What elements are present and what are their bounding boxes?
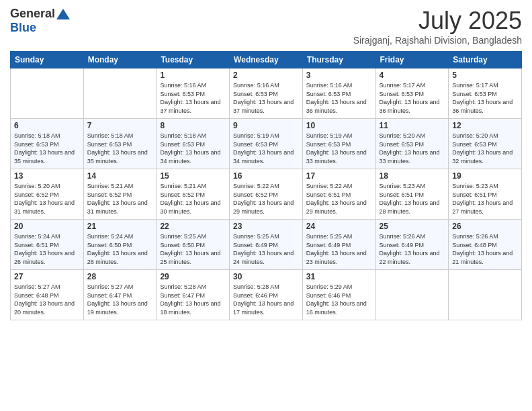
calendar-cell: 4Sunrise: 5:17 AM Sunset: 6:53 PM Daylig… [375, 68, 449, 119]
day-info: Sunrise: 5:23 AM Sunset: 6:51 PM Dayligh… [452, 182, 518, 216]
day-number: 31 [306, 272, 372, 281]
calendar-cell: 16Sunrise: 5:22 AM Sunset: 6:52 PM Dayli… [230, 169, 303, 220]
calendar-header-thursday: Thursday [302, 52, 375, 68]
day-number: 21 [87, 222, 153, 231]
day-number: 26 [452, 222, 518, 231]
day-number: 24 [306, 222, 372, 231]
calendar-cell [83, 68, 157, 119]
calendar-cell: 1Sunrise: 5:16 AM Sunset: 6:53 PM Daylig… [157, 68, 230, 119]
calendar-cell: 20Sunrise: 5:24 AM Sunset: 6:51 PM Dayli… [11, 220, 84, 270]
calendar-week-4: 20Sunrise: 5:24 AM Sunset: 6:51 PM Dayli… [11, 220, 522, 270]
day-info: Sunrise: 5:18 AM Sunset: 6:53 PM Dayligh… [14, 132, 80, 165]
day-info: Sunrise: 5:19 AM Sunset: 6:53 PM Dayligh… [233, 132, 299, 165]
day-info: Sunrise: 5:16 AM Sunset: 6:53 PM Dayligh… [306, 81, 372, 115]
calendar-cell: 19Sunrise: 5:23 AM Sunset: 6:51 PM Dayli… [449, 169, 522, 220]
day-number: 9 [233, 121, 299, 130]
calendar-week-5: 27Sunrise: 5:27 AM Sunset: 6:48 PM Dayli… [11, 270, 522, 320]
day-number: 10 [306, 121, 372, 130]
day-number: 6 [14, 121, 80, 130]
day-number: 4 [380, 71, 445, 80]
day-info: Sunrise: 5:16 AM Sunset: 6:53 PM Dayligh… [233, 81, 299, 115]
day-info: Sunrise: 5:21 AM Sunset: 6:52 PM Dayligh… [87, 182, 153, 216]
day-info: Sunrise: 5:18 AM Sunset: 6:53 PM Dayligh… [160, 132, 226, 165]
calendar-header-monday: Monday [83, 52, 157, 68]
calendar-cell: 8Sunrise: 5:18 AM Sunset: 6:53 PM Daylig… [157, 119, 230, 169]
calendar-cell: 24Sunrise: 5:25 AM Sunset: 6:49 PM Dayli… [302, 220, 375, 270]
day-info: Sunrise: 5:22 AM Sunset: 6:51 PM Dayligh… [306, 182, 372, 216]
day-number: 14 [87, 171, 153, 181]
day-info: Sunrise: 5:28 AM Sunset: 6:47 PM Dayligh… [160, 283, 226, 316]
day-info: Sunrise: 5:28 AM Sunset: 6:46 PM Dayligh… [233, 283, 299, 316]
day-info: Sunrise: 5:23 AM Sunset: 6:51 PM Dayligh… [380, 182, 445, 216]
svg-marker-0 [56, 9, 70, 19]
day-number: 23 [233, 222, 299, 231]
day-info: Sunrise: 5:24 AM Sunset: 6:51 PM Dayligh… [14, 232, 80, 266]
day-info: Sunrise: 5:20 AM Sunset: 6:53 PM Dayligh… [380, 132, 445, 165]
calendar-cell: 15Sunrise: 5:21 AM Sunset: 6:52 PM Dayli… [157, 169, 230, 220]
header: General Blue July 2025 Sirajganj, Rajsha… [10, 7, 522, 46]
day-info: Sunrise: 5:17 AM Sunset: 6:53 PM Dayligh… [452, 81, 518, 115]
day-number: 8 [160, 121, 226, 130]
day-number: 3 [306, 71, 372, 80]
calendar-cell: 30Sunrise: 5:28 AM Sunset: 6:46 PM Dayli… [230, 270, 303, 320]
day-number: 30 [233, 272, 299, 281]
calendar-cell: 6Sunrise: 5:18 AM Sunset: 6:53 PM Daylig… [11, 119, 84, 169]
day-info: Sunrise: 5:24 AM Sunset: 6:50 PM Dayligh… [87, 232, 153, 266]
day-number: 17 [306, 171, 372, 181]
day-number: 28 [87, 272, 153, 281]
calendar-cell [449, 270, 522, 320]
day-number: 13 [14, 171, 80, 181]
calendar-cell: 27Sunrise: 5:27 AM Sunset: 6:48 PM Dayli… [11, 270, 84, 320]
day-info: Sunrise: 5:25 AM Sunset: 6:49 PM Dayligh… [306, 232, 372, 266]
calendar-header-friday: Friday [375, 52, 449, 68]
logo-icon [56, 9, 70, 19]
day-info: Sunrise: 5:20 AM Sunset: 6:53 PM Dayligh… [452, 132, 518, 165]
day-number: 11 [380, 121, 445, 130]
calendar-header-wednesday: Wednesday [230, 52, 303, 68]
day-info: Sunrise: 5:27 AM Sunset: 6:48 PM Dayligh… [14, 283, 80, 316]
day-number: 22 [160, 222, 226, 231]
day-number: 18 [380, 171, 445, 181]
calendar-header-row: SundayMondayTuesdayWednesdayThursdayFrid… [11, 52, 522, 68]
calendar-cell: 3Sunrise: 5:16 AM Sunset: 6:53 PM Daylig… [302, 68, 375, 119]
calendar-cell: 13Sunrise: 5:20 AM Sunset: 6:52 PM Dayli… [11, 169, 84, 220]
calendar-cell: 21Sunrise: 5:24 AM Sunset: 6:50 PM Dayli… [83, 220, 157, 270]
day-info: Sunrise: 5:20 AM Sunset: 6:52 PM Dayligh… [14, 182, 80, 216]
calendar-cell: 31Sunrise: 5:29 AM Sunset: 6:46 PM Dayli… [302, 270, 375, 320]
calendar-cell [375, 270, 449, 320]
calendar-cell: 11Sunrise: 5:20 AM Sunset: 6:53 PM Dayli… [375, 119, 449, 169]
logo-blue-text: Blue [10, 21, 36, 35]
logo-general-text: General [10, 7, 55, 21]
calendar-cell: 2Sunrise: 5:16 AM Sunset: 6:53 PM Daylig… [230, 68, 303, 119]
calendar-week-2: 6Sunrise: 5:18 AM Sunset: 6:53 PM Daylig… [11, 119, 522, 169]
day-info: Sunrise: 5:25 AM Sunset: 6:49 PM Dayligh… [233, 232, 299, 266]
day-number: 16 [233, 171, 299, 181]
calendar-cell: 10Sunrise: 5:19 AM Sunset: 6:53 PM Dayli… [302, 119, 375, 169]
calendar-cell: 22Sunrise: 5:25 AM Sunset: 6:50 PM Dayli… [157, 220, 230, 270]
calendar-cell [11, 68, 84, 119]
calendar-cell: 26Sunrise: 5:26 AM Sunset: 6:48 PM Dayli… [449, 220, 522, 270]
logo: General Blue [10, 7, 70, 35]
calendar-cell: 28Sunrise: 5:27 AM Sunset: 6:47 PM Dayli… [83, 270, 157, 320]
day-number: 2 [233, 71, 299, 80]
day-number: 27 [14, 272, 80, 281]
day-info: Sunrise: 5:18 AM Sunset: 6:53 PM Dayligh… [87, 132, 153, 165]
calendar-cell: 25Sunrise: 5:26 AM Sunset: 6:49 PM Dayli… [375, 220, 449, 270]
day-info: Sunrise: 5:29 AM Sunset: 6:46 PM Dayligh… [306, 283, 372, 316]
calendar-cell: 18Sunrise: 5:23 AM Sunset: 6:51 PM Dayli… [375, 169, 449, 220]
calendar-week-3: 13Sunrise: 5:20 AM Sunset: 6:52 PM Dayli… [11, 169, 522, 220]
calendar-cell: 29Sunrise: 5:28 AM Sunset: 6:47 PM Dayli… [157, 270, 230, 320]
day-info: Sunrise: 5:21 AM Sunset: 6:52 PM Dayligh… [160, 182, 226, 216]
calendar-header-sunday: Sunday [11, 52, 84, 68]
day-number: 29 [160, 272, 226, 281]
calendar-cell: 14Sunrise: 5:21 AM Sunset: 6:52 PM Dayli… [83, 169, 157, 220]
calendar-header-tuesday: Tuesday [157, 52, 230, 68]
day-info: Sunrise: 5:25 AM Sunset: 6:50 PM Dayligh… [160, 232, 226, 266]
calendar-cell: 7Sunrise: 5:18 AM Sunset: 6:53 PM Daylig… [83, 119, 157, 169]
day-number: 15 [160, 171, 226, 181]
calendar-cell: 5Sunrise: 5:17 AM Sunset: 6:53 PM Daylig… [449, 68, 522, 119]
day-number: 25 [380, 222, 445, 231]
month-title: July 2025 [353, 7, 522, 35]
calendar-week-1: 1Sunrise: 5:16 AM Sunset: 6:53 PM Daylig… [11, 68, 522, 119]
calendar-table: SundayMondayTuesdayWednesdayThursdayFrid… [10, 51, 522, 320]
